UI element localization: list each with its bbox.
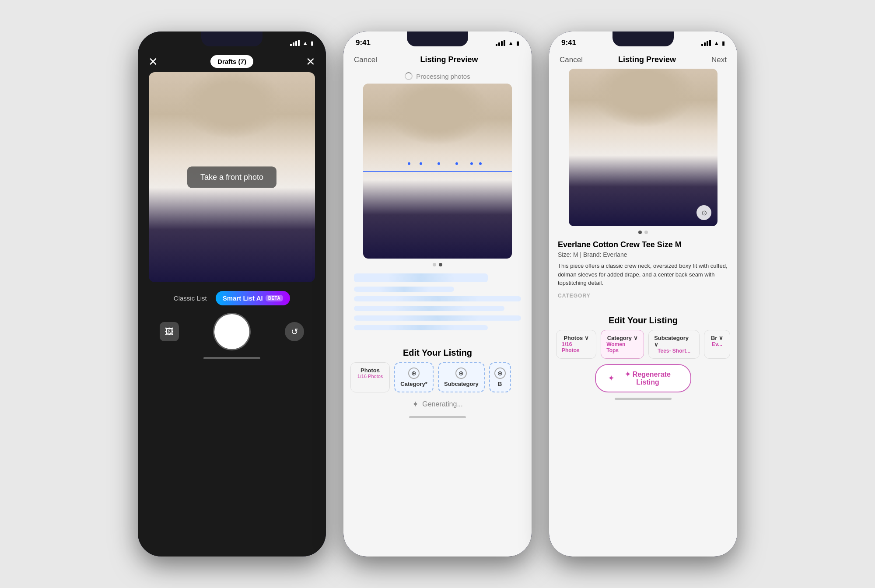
skeleton-desc-2 xyxy=(354,306,504,311)
edit-listing-title-3: Edit Your Listing xyxy=(549,309,737,330)
status-icons-1: ▲ ▮ xyxy=(290,40,314,46)
regenerate-label: ✦ Regenerate Listing xyxy=(617,370,678,386)
gallery-icon: 🖼 xyxy=(165,327,174,337)
edit-tabs-2: Photos 1/16 Photos ⊕ Category* ⊕ Subcate… xyxy=(343,362,532,392)
tab-brand-2[interactable]: ⊕ B xyxy=(489,362,511,392)
nav-title-3: Listing Preview xyxy=(618,55,676,64)
flip-camera-button[interactable]: ↺ xyxy=(285,322,304,341)
signal-bars-3 xyxy=(701,40,711,46)
listing-description: This piece offers a classic crew neck, o… xyxy=(558,262,728,287)
scan-line xyxy=(363,171,512,172)
battery-icon-3: ▮ xyxy=(722,40,725,46)
smart-mode-label: Smart List AI xyxy=(223,294,263,302)
tab-photos-val-3: 1/16 Photos xyxy=(562,341,591,354)
notch-3 xyxy=(612,32,674,46)
dot-2 xyxy=(439,263,442,266)
close-button[interactable]: ✕ xyxy=(148,56,158,67)
mode-selector: Classic List Smart List AI BETA xyxy=(138,291,326,305)
tab-category-label-3: Category ∨ xyxy=(607,335,638,341)
processing-text: Processing photos xyxy=(416,73,470,80)
home-indicator-2 xyxy=(409,416,466,418)
tab-subcategory-label-2: Subcategory xyxy=(444,381,479,387)
photo-dots-2 xyxy=(343,263,532,266)
wifi-icon-2: ▲ xyxy=(508,40,514,46)
tab-photos-2[interactable]: Photos 1/16 Photos xyxy=(350,362,390,392)
skeleton-content xyxy=(343,266,532,342)
edit-tabs-3: Photos ∨ 1/16 Photos Category ∨ Women To… xyxy=(549,330,737,359)
tab-subcategory-2[interactable]: ⊕ Subcategory xyxy=(438,362,485,392)
next-button-3[interactable]: Next xyxy=(711,56,727,64)
tab-subcategory-label-3: Subcategory ∨ xyxy=(654,335,694,348)
nav-title-2: Listing Preview xyxy=(420,55,478,64)
tab-category-3[interactable]: Category ∨ Women Tops xyxy=(601,330,644,359)
cancel-button-2[interactable]: Cancel xyxy=(354,56,377,64)
tab-photos-label-2: Photos xyxy=(360,367,380,374)
tab-photos-label-3: Photos ∨ xyxy=(564,335,589,341)
flash-button[interactable]: ✕ xyxy=(306,56,315,67)
regenerate-button[interactable]: ✦ ✦ Regenerate Listing xyxy=(595,364,691,392)
skeleton-meta xyxy=(354,287,454,292)
dot-3-2 xyxy=(644,231,648,234)
tab-brand-label-2: B xyxy=(498,381,502,387)
tab-subcategory-icon-2: ⊕ xyxy=(455,368,467,379)
photo-bg-3 xyxy=(569,69,718,226)
edit-listing-title-2: Edit Your Listing xyxy=(343,342,532,362)
generating-status: ✦ Generating... xyxy=(343,399,532,409)
wifi-icon: ▲ xyxy=(302,40,308,46)
signal-bars-2 xyxy=(496,40,505,46)
listing-meta: Size: M | Brand: Everlane xyxy=(558,251,728,258)
status-icons-3: ▲ ▮ xyxy=(701,40,725,46)
listing-photo-3: ⊙ xyxy=(569,69,718,226)
camera-header: ✕ Drafts (7) ✕ xyxy=(138,51,326,72)
tab-subcategory-3[interactable]: Subcategory ∨ Tees- Short... xyxy=(648,330,700,359)
battery-icon: ▮ xyxy=(311,40,314,46)
shutter-button[interactable] xyxy=(214,314,249,349)
wifi-icon-3: ▲ xyxy=(714,40,719,46)
phone-3: 9:41 ▲ ▮ Cancel Listing Preview Next ⊙ xyxy=(549,32,737,556)
camera-controls: 🖼 ↺ xyxy=(138,310,326,354)
nav-bar-3: Cancel Listing Preview Next xyxy=(549,51,737,69)
tab-brand-3[interactable]: Br ∨ Ev... xyxy=(704,330,730,359)
dot-3-1 xyxy=(638,231,642,234)
processing-status: Processing photos xyxy=(343,69,532,84)
tab-subcategory-val-3: Tees- Short... xyxy=(658,348,690,354)
generating-star-icon: ✦ xyxy=(412,399,419,409)
listing-info: Everlane Cotton Crew Tee Size M Size: M … xyxy=(549,234,737,309)
regen-star-icon: ✦ xyxy=(608,374,614,382)
notch-2 xyxy=(407,32,468,46)
tab-category-icon-2: ⊕ xyxy=(408,368,420,379)
generating-text: Generating... xyxy=(422,400,463,408)
processing-spinner xyxy=(405,72,413,80)
drafts-badge[interactable]: Drafts (7) xyxy=(210,55,253,68)
flip-icon: ↺ xyxy=(291,326,298,337)
gallery-button[interactable]: 🖼 xyxy=(160,322,179,341)
status-time-3: 9:41 xyxy=(561,38,576,47)
beta-badge: BETA xyxy=(266,295,283,301)
photo-prompt: Take a front photo xyxy=(187,167,276,188)
notch-1 xyxy=(201,32,262,46)
tab-brand-val-3: Ev... xyxy=(712,341,722,347)
listing-title: Everlane Cotton Crew Tee Size M xyxy=(558,240,728,249)
photo-area-3: ⊙ xyxy=(549,69,737,234)
classic-mode-label[interactable]: Classic List xyxy=(174,294,207,302)
cancel-button-3[interactable]: Cancel xyxy=(560,56,583,64)
home-indicator-1 xyxy=(203,357,260,359)
skeleton-desc-4 xyxy=(354,325,488,330)
tab-category-2[interactable]: ⊕ Category* xyxy=(394,362,434,392)
photo-dots-3 xyxy=(549,231,737,234)
dot-1 xyxy=(433,263,436,266)
tab-brand-label-3: Br ∨ xyxy=(711,335,723,341)
edit-photo-icon[interactable]: ⊙ xyxy=(696,205,711,220)
smart-mode-button[interactable]: Smart List AI BETA xyxy=(216,291,290,305)
battery-icon-2: ▮ xyxy=(516,40,519,46)
skeleton-title xyxy=(354,273,488,282)
tab-category-label-2: Category* xyxy=(400,381,427,387)
status-time-2: 9:41 xyxy=(356,38,371,47)
skeleton-desc-1 xyxy=(354,296,521,301)
phone-2: 9:41 ▲ ▮ Cancel Listing Preview Processi… xyxy=(343,32,532,556)
tab-brand-icon-2: ⊕ xyxy=(494,368,506,379)
listing-photo-2 xyxy=(363,84,512,259)
tab-photos-3[interactable]: Photos ∨ 1/16 Photos xyxy=(556,330,596,359)
skeleton-desc-3 xyxy=(354,315,521,321)
camera-viewfinder: Take a front photo xyxy=(149,72,315,282)
